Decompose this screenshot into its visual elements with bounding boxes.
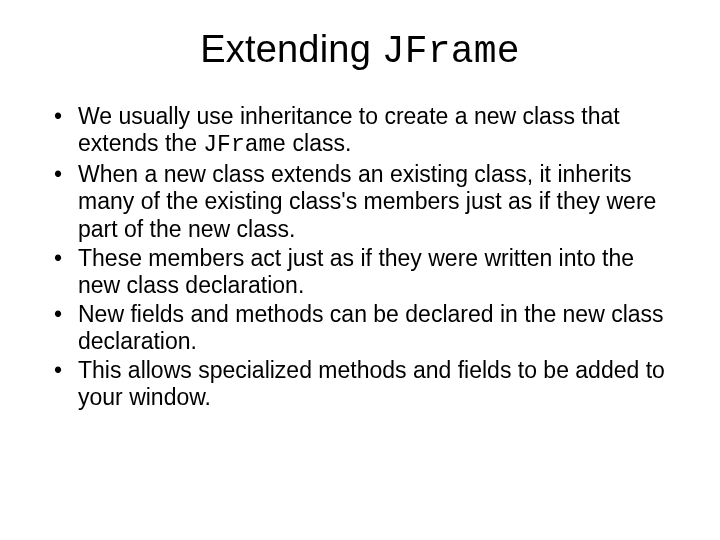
bullet-code: JFrame bbox=[203, 132, 286, 158]
slide: Extending JFrame We usually use inherita… bbox=[0, 28, 720, 540]
bullet-text: This allows specialized methods and fiel… bbox=[78, 357, 665, 410]
list-item: New fields and methods can be declared i… bbox=[60, 301, 678, 355]
list-item: When a new class extends an existing cla… bbox=[60, 161, 678, 242]
bullet-list: We usually use inheritance to create a n… bbox=[0, 103, 720, 411]
bullet-text-post: class. bbox=[286, 130, 351, 156]
title-prefix: Extending bbox=[200, 28, 382, 70]
list-item: We usually use inheritance to create a n… bbox=[60, 103, 678, 159]
slide-title: Extending JFrame bbox=[0, 28, 720, 73]
bullet-text: New fields and methods can be declared i… bbox=[78, 301, 664, 354]
bullet-text: These members act just as if they were w… bbox=[78, 245, 634, 298]
list-item: These members act just as if they were w… bbox=[60, 245, 678, 299]
bullet-text: When a new class extends an existing cla… bbox=[78, 161, 656, 241]
title-code: JFrame bbox=[382, 30, 520, 73]
list-item: This allows specialized methods and fiel… bbox=[60, 357, 678, 411]
